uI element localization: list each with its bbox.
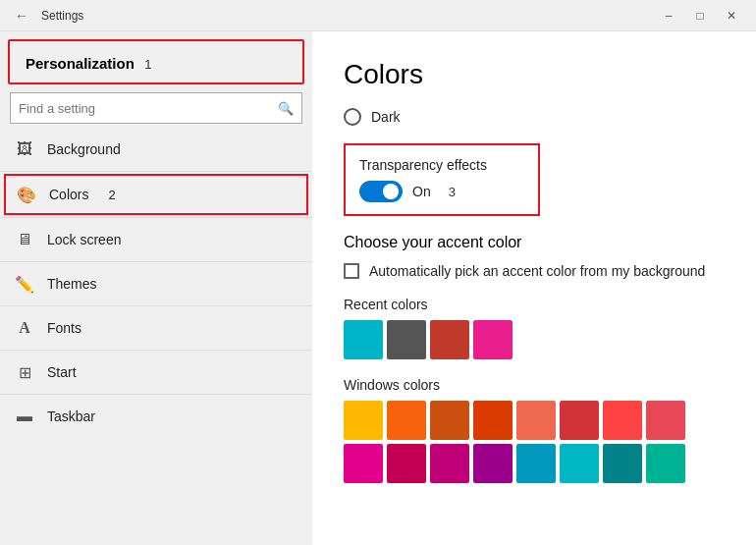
divider-5	[0, 350, 312, 351]
fonts-icon: A	[16, 319, 33, 337]
search-box[interactable]: 🔍	[10, 92, 302, 124]
windows-colors-label: Windows colors	[344, 377, 725, 393]
color-swatch[interactable]	[473, 320, 513, 359]
personalization-label: Personalization	[26, 55, 135, 72]
main-content: Personalization 1 🔍 🖼 Background 🎨 Color…	[0, 31, 756, 545]
search-input[interactable]	[19, 101, 278, 116]
windows-color-swatch[interactable]	[560, 401, 599, 440]
windows-color-grid	[344, 401, 725, 483]
transparency-section: Transparency effects On 3	[344, 143, 540, 216]
lock-screen-icon: 🖥	[16, 231, 33, 248]
colors-label: Colors	[49, 187, 88, 202]
windows-color-swatch[interactable]	[430, 401, 469, 440]
recent-colors-label: Recent colors	[344, 297, 725, 312]
transparency-badge: 3	[449, 185, 456, 199]
windows-color-swatch[interactable]	[516, 401, 556, 440]
dark-label: Dark	[371, 109, 401, 125]
windows-color-swatch[interactable]	[603, 401, 642, 440]
page-title: Colors	[344, 59, 725, 90]
sidebar-item-themes[interactable]: ✏️ Themes	[0, 264, 312, 303]
background-icon: 🖼	[16, 140, 33, 158]
background-label: Background	[47, 141, 121, 157]
taskbar-label: Taskbar	[47, 409, 95, 424]
sidebar-item-taskbar[interactable]: ▬ Taskbar	[0, 397, 312, 436]
auto-pick-checkbox[interactable]	[344, 263, 359, 279]
windows-color-swatch[interactable]	[430, 444, 469, 483]
sidebar-item-lock-screen[interactable]: 🖥 Lock screen	[0, 220, 312, 259]
colors-badge: 2	[108, 188, 115, 202]
windows-color-swatch[interactable]	[344, 401, 383, 440]
sidebar: Personalization 1 🔍 🖼 Background 🎨 Color…	[0, 31, 312, 545]
divider-3	[0, 261, 312, 262]
close-button[interactable]: ✕	[717, 5, 746, 27]
transparency-label: Transparency effects	[359, 157, 524, 173]
windows-color-swatch[interactable]	[387, 401, 426, 440]
title-bar-controls: – □ ✕	[654, 5, 746, 27]
transparency-toggle[interactable]	[359, 181, 403, 202]
windows-color-swatch[interactable]	[387, 444, 426, 483]
title-bar-left: ← Settings	[10, 6, 83, 26]
color-swatch[interactable]	[387, 320, 426, 359]
toggle-on-label: On	[412, 184, 431, 199]
personalization-header: Personalization 1	[8, 39, 304, 84]
color-swatch[interactable]	[344, 320, 383, 359]
minimize-button[interactable]: –	[654, 5, 683, 27]
back-button[interactable]: ←	[10, 6, 33, 26]
windows-color-swatch[interactable]	[516, 444, 556, 483]
search-icon-button[interactable]: 🔍	[278, 101, 294, 116]
divider-4	[0, 305, 312, 306]
windows-color-swatch[interactable]	[344, 444, 383, 483]
color-swatch[interactable]	[430, 320, 469, 359]
sidebar-item-fonts[interactable]: A Fonts	[0, 308, 312, 348]
dark-option: Dark	[344, 108, 725, 126]
start-label: Start	[47, 364, 77, 380]
sidebar-item-background[interactable]: 🖼 Background	[0, 130, 312, 169]
sidebar-item-start[interactable]: ⊞ Start	[0, 353, 312, 392]
divider-2	[0, 217, 312, 218]
divider-6	[0, 394, 312, 395]
right-panel: Colors Dark Transparency effects On 3 Ch…	[312, 31, 756, 545]
windows-color-swatch[interactable]	[646, 401, 685, 440]
toggle-row: On 3	[359, 181, 524, 202]
maximize-button[interactable]: □	[685, 5, 715, 27]
accent-color-title: Choose your accent color	[344, 234, 725, 251]
windows-color-swatch[interactable]	[473, 401, 513, 440]
colors-icon: 🎨	[18, 186, 35, 203]
windows-color-swatch[interactable]	[560, 444, 599, 483]
personalization-badge: 1	[144, 57, 151, 72]
recent-color-swatches	[344, 320, 725, 359]
title-bar-nav: ←	[10, 6, 33, 26]
fonts-label: Fonts	[47, 320, 81, 336]
auto-pick-row: Automatically pick an accent color from …	[344, 263, 725, 279]
windows-color-swatch[interactable]	[646, 444, 685, 483]
windows-color-swatch[interactable]	[603, 444, 642, 483]
windows-color-swatch[interactable]	[473, 444, 513, 483]
taskbar-icon: ▬	[16, 408, 33, 425]
lock-screen-label: Lock screen	[47, 232, 121, 247]
title-bar-title: Settings	[41, 9, 83, 23]
dark-radio[interactable]	[344, 108, 361, 126]
title-bar: ← Settings – □ ✕	[0, 0, 756, 31]
auto-pick-label: Automatically pick an accent color from …	[369, 263, 705, 279]
divider-1	[0, 171, 312, 172]
sidebar-item-colors[interactable]: 🎨 Colors 2	[4, 174, 308, 215]
start-icon: ⊞	[16, 363, 33, 381]
themes-icon: ✏️	[16, 275, 33, 293]
themes-label: Themes	[47, 276, 97, 292]
